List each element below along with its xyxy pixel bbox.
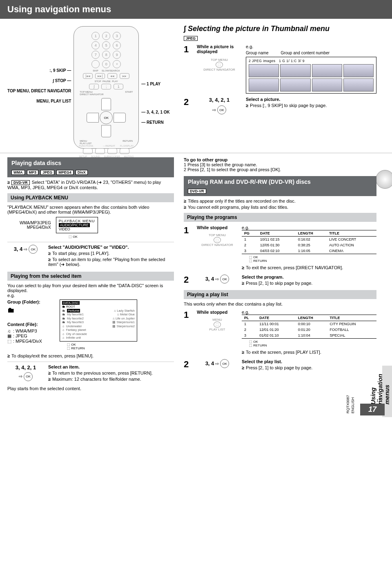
playlist-heading: Playing a play list	[184, 290, 376, 299]
thumbnail-item[interactable]	[343, 78, 374, 92]
arrows-icon: 3, 4, 2, 1	[197, 97, 242, 103]
thumbnail-panel: 2 JPEG images 1 G 1/ 1:C 3/ 9	[246, 57, 376, 94]
step2-title: Select a picture.	[246, 97, 376, 102]
thumbnail-item[interactable]	[249, 64, 279, 77]
playing-data-heading: Playing data discs	[7, 157, 174, 169]
num-4[interactable]: 4	[91, 41, 100, 49]
skip-next-button[interactable]: ▸▸|	[95, 73, 105, 79]
playing-from-desc: You can select to play from your desired…	[7, 283, 174, 293]
playback-menu-heading: Using PLAYBACK MENU	[7, 193, 174, 202]
press-icon: ⬚	[216, 62, 223, 68]
step1-cond: While a picture is displayed	[197, 44, 242, 54]
groupnum-label: Group and content number	[281, 51, 330, 55]
table-row: 110/11 02:150:16:02LIVE CONCERT	[242, 237, 376, 243]
thumbnail-item[interactable]	[249, 78, 279, 92]
programs-table: PGDATELENGTHTITLE 110/11 02:150:16:02LIV…	[242, 230, 376, 254]
d-pad[interactable]: OK	[87, 98, 126, 137]
programs-heading: Playing the programs	[184, 213, 376, 222]
select-playlist-title: Select the play list.	[242, 359, 376, 364]
num-9[interactable]: 9	[113, 51, 121, 59]
mpeg4-tag: MPEG4	[56, 170, 74, 175]
playlist-table: PLDATELENGTHTITLE 111/11 00:010:00:10CIT…	[242, 315, 376, 339]
step2-bullet: Press [:, 9 SKIP] to skip page by page.	[246, 103, 376, 108]
page-small: 17	[376, 398, 381, 402]
num-6[interactable]: 6	[113, 41, 121, 49]
play-starts: Play starts from the selected content.	[7, 386, 174, 391]
select-audio-title: Select "AUDIO/PICTURE" or "VIDEO".	[48, 245, 174, 250]
content-label: Content (File):	[7, 322, 52, 327]
jpeg-tag: JPEG	[40, 170, 54, 175]
table-row: 304/03 02:101:16:05CINEMA	[242, 248, 376, 254]
folder-icon: 🖿	[7, 306, 52, 315]
dpad-up[interactable]	[101, 98, 111, 110]
dpad-left[interactable]	[87, 113, 99, 123]
table-row: 212/05 01:300:38:25AUTO ACTION	[242, 242, 376, 248]
step-number: 1	[184, 44, 193, 94]
skip-prev-button[interactable]: |◂◂	[83, 73, 93, 79]
thumbnail-item[interactable]	[280, 78, 310, 92]
table-row: 301/02 01:101:10:04SPECIAL	[242, 333, 376, 339]
dvdvr-tag: DVD-VR	[188, 189, 206, 194]
remote-right-labels: — 1 PLAY — 3, 4, 2, 1 OK — RETURN	[141, 45, 169, 130]
data-disc-box: DATA-DISC 🖿 ROOT 🖿Perfume♫ Lady Starfish…	[60, 299, 137, 342]
doc-code: RQTX0087ENGLISH	[346, 395, 355, 413]
playback-menu-box: PLAYBACK MENU AUDIO/PICTURE VIDEO	[56, 217, 98, 233]
remote-control: 123 456 789 0+ SKIP SLOW/SEARCH |◂◂▸▸|◂◂…	[74, 26, 139, 149]
thumbnail-item[interactable]	[343, 64, 374, 77]
remote-left-labels: :, 9 SKIP — ∫ STOP — TOP MENU, DIRECT NA…	[7, 66, 71, 109]
groupname-label: Group name	[246, 51, 269, 55]
search-fwd-button[interactable]: ▸▸	[120, 73, 129, 79]
stop-button[interactable]: ∫	[89, 84, 99, 89]
table-row: 111/11 00:010:00:10CITY PENGUIN	[242, 321, 376, 327]
dpad-right[interactable]	[114, 113, 126, 123]
num-1[interactable]: 1	[91, 32, 100, 40]
playback-menu-desc: "PLAYBACK MENU" screen appears when the …	[7, 205, 174, 214]
ram-heading: Playing RAM and DVD-R/-RW (DVD-VR) discs	[184, 176, 376, 188]
num-3[interactable]: 3	[113, 32, 121, 40]
table-row: 212/01 01:200:01:20FOOTBALL	[242, 327, 376, 333]
thumbnail-item[interactable]	[312, 64, 342, 77]
step-number: 2	[184, 97, 193, 114]
select-program-title: Select the program.	[242, 275, 376, 279]
num-2[interactable]: 2	[102, 32, 110, 40]
playlist-desc: This works only when the disc contains a…	[184, 301, 376, 306]
music-icon: ♫	[7, 328, 13, 333]
num-0[interactable]: 0	[102, 60, 110, 68]
step-number: 1	[184, 225, 193, 271]
thumbnail-item[interactable]	[280, 64, 310, 77]
dvdvr-tag: DVD-VR	[11, 180, 30, 185]
thumbnail-item[interactable]	[312, 78, 342, 92]
search-back-button[interactable]: ◂◂	[107, 73, 117, 79]
thumbnail-heading: ∫ Selecting the picture in Thumbnail men…	[184, 25, 376, 33]
play-button[interactable]: 1	[114, 84, 123, 89]
step-number: 1	[184, 310, 193, 356]
divx-tag: DivX	[76, 170, 88, 175]
page-number: 17	[360, 404, 385, 415]
cancel-button[interactable]	[91, 60, 100, 68]
step-number: 2	[184, 359, 193, 371]
num-7[interactable]: 7	[91, 51, 100, 59]
ok-button[interactable]: OK	[100, 111, 113, 124]
page-title: Using navigation menus	[0, 0, 392, 19]
other-group-title: To go to other group	[184, 157, 376, 162]
group-label: Group (Folder):	[7, 299, 52, 304]
num-8[interactable]: 8	[102, 51, 110, 59]
video-icon: ⬚	[7, 339, 13, 344]
num-5[interactable]: 5	[102, 41, 110, 49]
playing-from-heading: Playing from the selected item	[7, 272, 174, 281]
jpeg-tag: JPEG	[184, 36, 198, 41]
picture-icon: ▦	[7, 333, 13, 339]
select-item-title: Select an item.	[48, 364, 174, 369]
dpad-down[interactable]	[101, 125, 111, 137]
wma-tag: WMA	[11, 170, 25, 175]
h-bass-button[interactable]: +	[113, 60, 121, 68]
pause-button[interactable]: ;	[101, 84, 111, 89]
ok-icon: ⇨ OK	[212, 105, 226, 114]
step-number: 2	[184, 275, 193, 287]
mp3-tag: MP3	[27, 170, 39, 175]
